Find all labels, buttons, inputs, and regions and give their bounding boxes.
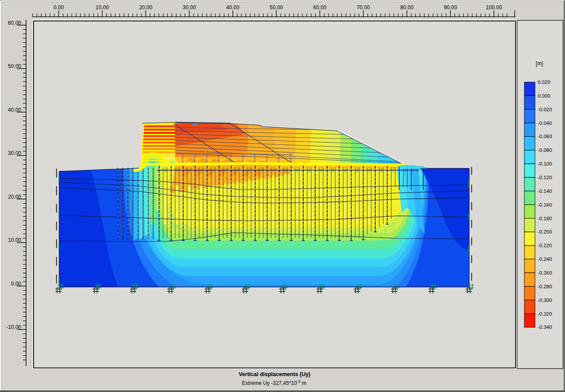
svg-text:-0.300: -0.300 xyxy=(538,298,552,303)
svg-text:0.00: 0.00 xyxy=(53,4,64,11)
svg-text:-0.200: -0.200 xyxy=(538,229,552,234)
svg-text:-0.240: -0.240 xyxy=(538,256,552,262)
svg-text:0.000: 0.000 xyxy=(538,93,550,98)
svg-text:60.00: 60.00 xyxy=(313,4,327,11)
svg-text:80.00: 80.00 xyxy=(400,4,414,11)
svg-text:30.00: 30.00 xyxy=(183,4,196,11)
svg-text:50.00: 50.00 xyxy=(8,63,21,69)
svg-text:-0.100: -0.100 xyxy=(538,161,552,166)
svg-text:20.00: 20.00 xyxy=(8,194,21,200)
svg-text:-0.020: -0.020 xyxy=(538,107,552,112)
svg-text:-0.060: -0.060 xyxy=(538,134,552,139)
svg-text:-0.180: -0.180 xyxy=(538,216,552,221)
svg-text:60.00: 60.00 xyxy=(8,20,21,26)
svg-text:100.00: 100.00 xyxy=(486,4,502,11)
svg-text:50.00: 50.00 xyxy=(270,4,283,11)
svg-text:70.00: 70.00 xyxy=(357,4,370,11)
svg-text:-0.320: -0.320 xyxy=(538,311,552,317)
svg-text:-10.00: -10.00 xyxy=(6,324,21,330)
svg-text:Vertical displacements (Uy): Vertical displacements (Uy) xyxy=(239,371,311,377)
svg-text:-0.160: -0.160 xyxy=(538,202,552,207)
svg-text:40.00: 40.00 xyxy=(226,4,239,11)
svg-text:40.00: 40.00 xyxy=(8,107,21,113)
svg-text:30.00: 30.00 xyxy=(8,150,21,156)
svg-text:0.00: 0.00 xyxy=(11,281,22,287)
svg-text:-0.120: -0.120 xyxy=(538,175,552,180)
svg-text:10.00: 10.00 xyxy=(8,237,21,243)
svg-text:-0.140: -0.140 xyxy=(538,188,552,194)
svg-text:[m]: [m] xyxy=(536,60,543,67)
svg-text:Extreme Uy -327,45*10-3 m: Extreme Uy -327,45*10-3 m xyxy=(242,379,306,386)
svg-text:10.00: 10.00 xyxy=(96,4,109,11)
svg-text:90.00: 90.00 xyxy=(444,4,457,11)
svg-text:-0.220: -0.220 xyxy=(538,243,552,248)
svg-text:-0.260: -0.260 xyxy=(538,270,552,275)
svg-text:-0.080: -0.080 xyxy=(538,147,552,153)
svg-text:20.00: 20.00 xyxy=(139,4,152,11)
svg-text:-0.040: -0.040 xyxy=(538,121,552,126)
svg-text:-0.340: -0.340 xyxy=(538,324,552,330)
svg-text:-0.280: -0.280 xyxy=(538,284,552,289)
svg-text:0.020: 0.020 xyxy=(538,79,550,85)
